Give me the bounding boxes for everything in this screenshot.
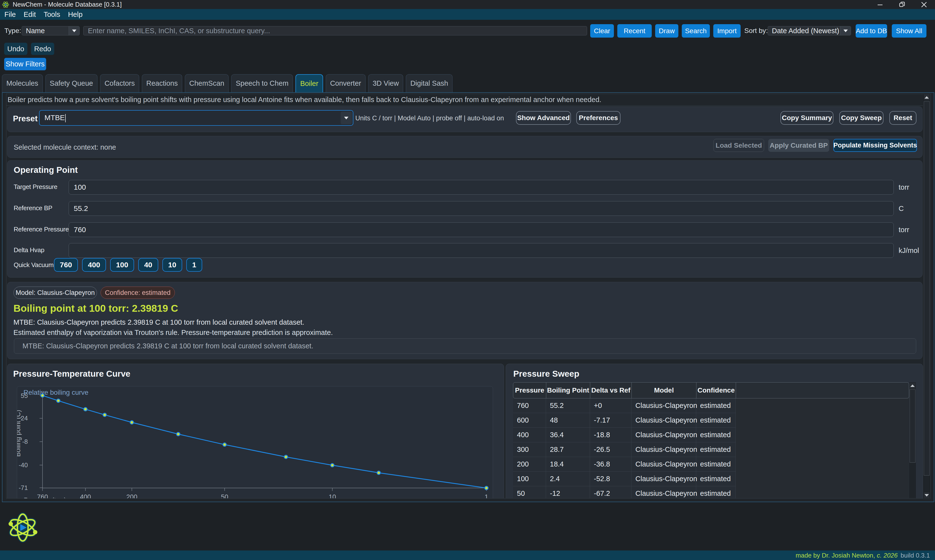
table-row[interactable]: 30028.7-26.5Clausius-Clapeyronestimated	[513, 442, 909, 457]
preset-button[interactable]: Reset	[889, 111, 917, 125]
menu-item[interactable]: Tools	[44, 11, 60, 18]
table-scrollbar[interactable]	[909, 382, 916, 498]
window-title: NewChem - Molecule Database [0.3.1]	[13, 1, 122, 8]
toolbar-buttons: ClearRecentDrawSearchImport	[590, 24, 741, 38]
context-button-primary[interactable]: Populate Missing Solvents	[833, 139, 917, 152]
op-input-delta-hvap[interactable]	[69, 243, 894, 258]
scroll-up-icon[interactable]	[910, 383, 915, 389]
operating-point-panel: Operating Point Target Pressure100torrRe…	[7, 160, 923, 278]
table-cell: 50	[513, 486, 546, 498]
table-cell: 48	[546, 413, 590, 428]
menu-item[interactable]: File	[5, 11, 16, 18]
svg-text:50: 50	[221, 493, 228, 498]
svg-text:400: 400	[80, 493, 91, 498]
scroll-up-icon[interactable]	[924, 94, 930, 101]
quick-vacuum-chip[interactable]: 40	[138, 258, 158, 272]
svg-text:Boiling point (C): Boiling point (C)	[17, 410, 22, 457]
type-select[interactable]: Name	[22, 26, 80, 35]
preset-right-buttons: Copy SummaryCopy SweepReset	[781, 111, 917, 125]
toolbar-button[interactable]: Show All	[892, 24, 926, 38]
result-headline: Boiling point at 100 torr: 2.39819 C	[14, 303, 178, 314]
close-button[interactable]	[913, 0, 935, 9]
status-bar: made by Dr. Josiah Newton, c. 2026 build…	[0, 551, 935, 560]
table-header-cell[interactable]: Delta vs Ref	[590, 383, 632, 398]
table-scrollbar-thumb[interactable]	[910, 389, 915, 463]
table-row[interactable]: 60048-7.17Clausius-Clapeyronestimated	[513, 413, 909, 428]
quick-vacuum-chip[interactable]: 1	[186, 258, 202, 272]
toolbar-button[interactable]: Recent	[617, 24, 652, 38]
svg-text:10: 10	[329, 493, 336, 498]
table-row[interactable]: 1002.4-52.8Clausius-Clapeyronestimated	[513, 472, 909, 486]
context-button-ghost[interactable]: Load Selected	[713, 139, 764, 152]
preset-button[interactable]: Preferences	[576, 111, 621, 125]
tab[interactable]: Digital Sash	[406, 74, 453, 92]
quick-vacuum-chip[interactable]: 100	[110, 258, 134, 272]
tab[interactable]: Safety Queue	[45, 74, 97, 92]
tab[interactable]: Molecules	[2, 74, 43, 92]
boiler-description: Boiler predicts how a pure solvent's boi…	[6, 94, 923, 106]
search-input[interactable]: Enter name, SMILES, InChI, CAS, or subst…	[83, 26, 587, 35]
svg-text:Relative boiling curve: Relative boiling curve	[23, 389, 88, 396]
table-row[interactable]: 20018.4-36.8Clausius-Clapeyronestimated	[513, 457, 909, 472]
tab-active[interactable]: Boiler	[296, 74, 323, 92]
op-input-reference-pressure[interactable]: 760	[69, 222, 894, 237]
preset-button[interactable]: Copy Summary	[781, 111, 833, 125]
toolbar-button[interactable]: Add to DB	[856, 24, 887, 38]
tab[interactable]: 3D View	[368, 74, 403, 92]
status-credit: made by Dr. Josiah Newton, c. 2026	[796, 552, 898, 559]
tab[interactable]: ChemScan	[185, 74, 229, 92]
chevron-down-icon	[69, 26, 79, 35]
table-cell: -18.8	[590, 428, 632, 442]
table-header-cell[interactable]: Pressure	[513, 383, 546, 398]
table-header-cell[interactable]: Model	[632, 383, 696, 398]
table-row[interactable]: 76055.2+0Clausius-Clapeyronestimated	[513, 398, 909, 413]
quick-vacuum-chip[interactable]: 400	[82, 258, 106, 272]
quick-vacuum-chip[interactable]: 760	[54, 258, 78, 272]
preset-button[interactable]: Copy Sweep	[839, 111, 884, 125]
table-header-cell[interactable]: Boiling Point	[546, 383, 590, 398]
undo-button[interactable]: Undo	[4, 43, 27, 55]
tab[interactable]: Converter	[326, 74, 365, 92]
table-row[interactable]: 40036.4-18.8Clausius-Clapeyronestimated	[513, 428, 909, 442]
pressure-temperature-chart: 5524-8-40-7176040020050101Pressure (torr…	[17, 386, 493, 498]
table-cell: Clausius-Clapeyron	[632, 442, 696, 457]
redo-button[interactable]: Redo	[31, 43, 54, 55]
tab[interactable]: Speech to Chem	[231, 74, 293, 92]
maximize-button[interactable]	[891, 0, 913, 9]
curve-panel: Pressure-Temperature Curve 5524-8-40-717…	[7, 364, 504, 498]
tab[interactable]: Reactions	[142, 74, 182, 92]
op-input-target-pressure[interactable]: 100	[69, 180, 894, 195]
minimize-button[interactable]	[869, 0, 891, 9]
context-button-disabled[interactable]: Apply Curated BP	[768, 139, 829, 152]
scroll-down-icon[interactable]	[924, 492, 930, 498]
preset-button[interactable]: Show Advanced	[516, 111, 571, 125]
show-filters-button[interactable]: Show Filters	[4, 58, 46, 70]
result-detail-line: MTBE: Clausius-Clapeyron predicts 2.3981…	[14, 318, 304, 326]
toolbar-button[interactable]: Import	[713, 24, 741, 38]
table-cell: 55.2	[546, 398, 590, 413]
menu-item[interactable]: Edit	[24, 11, 36, 18]
curve-panel-title: Pressure-Temperature Curve	[13, 369, 130, 378]
table-header-cell[interactable]: Confidence	[696, 383, 736, 398]
confidence-pill: Confidence: estimated	[101, 286, 175, 299]
toolbar-button[interactable]: Clear	[590, 24, 614, 38]
table-cell: estimated	[696, 413, 736, 428]
result-note-box: MTBE: Clausius-Clapeyron predicts 2.3981…	[14, 338, 916, 354]
quick-vacuum-chip[interactable]: 10	[162, 258, 182, 272]
main-scrollbar-thumb[interactable]	[924, 101, 930, 475]
table-cell: estimated	[696, 472, 736, 486]
result-panel: Model: Clausius-Clapeyron Confidence: es…	[7, 282, 923, 359]
sort-select[interactable]: Date Added (Newest)	[768, 26, 851, 35]
op-unit-label: torr	[899, 226, 909, 234]
op-input-reference-bp[interactable]: 55.2	[69, 201, 894, 216]
menu-item[interactable]: Help	[68, 11, 83, 18]
preset-combobox[interactable]: MTBE	[39, 110, 353, 126]
table-cell: Clausius-Clapeyron	[632, 472, 696, 486]
table-row[interactable]: 50-12-67.2Clausius-Clapeyronestimated	[513, 486, 909, 498]
tab[interactable]: Cofactors	[100, 74, 139, 92]
toolbar-button[interactable]: Search	[682, 24, 710, 38]
toolbar-button[interactable]: Draw	[655, 24, 678, 38]
svg-text:200: 200	[126, 493, 137, 498]
app-logo-icon	[2, 1, 9, 8]
main-scrollbar[interactable]	[924, 94, 930, 498]
